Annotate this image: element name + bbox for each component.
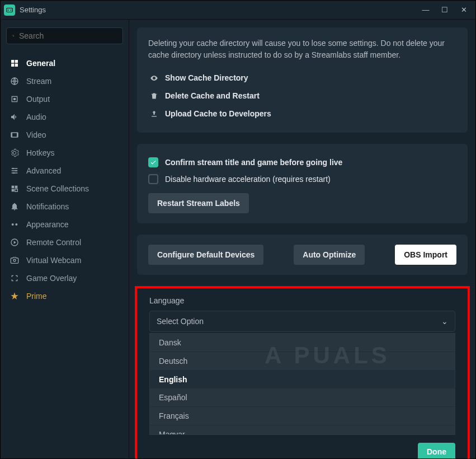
sidebar-item-stream[interactable]: Stream	[6, 72, 123, 90]
upload-cache-action[interactable]: Upload Cache to Developers	[148, 105, 456, 123]
star-icon	[10, 291, 20, 301]
language-option-espanol[interactable]: Español	[150, 388, 455, 406]
svg-rect-5	[11, 64, 14, 67]
close-button[interactable]: ✕	[455, 2, 472, 18]
search-icon	[12, 32, 15, 40]
eye-icon	[148, 74, 159, 82]
search-input[interactable]	[19, 31, 117, 40]
sidebar-item-hotkeys[interactable]: Hotkeys	[6, 144, 123, 162]
sidebar-item-label: Remote Control	[26, 238, 81, 247]
sidebar-item-scene-collections[interactable]: Scene Collections	[6, 180, 123, 198]
upload-icon	[148, 110, 159, 118]
app-icon	[4, 4, 15, 16]
bell-icon	[10, 202, 20, 212]
sidebar-item-virtual-webcam[interactable]: Virtual Webcam	[6, 251, 123, 269]
grid-icon	[10, 58, 20, 68]
sidebar-item-notifications[interactable]: Notifications	[6, 198, 123, 216]
expand-icon	[10, 273, 20, 283]
gear-icon	[10, 148, 20, 158]
svg-point-15	[13, 172, 15, 174]
disable-hw-checkbox-row[interactable]: Disable hardware acceleration (requires …	[148, 171, 456, 188]
sidebar-item-output[interactable]: Output	[6, 90, 123, 108]
svg-rect-16	[12, 186, 15, 189]
audio-icon	[10, 112, 20, 122]
sidebar-item-appearance[interactable]: Appearance	[6, 216, 123, 233]
language-option-english[interactable]: English	[150, 371, 455, 388]
svg-rect-4	[15, 60, 18, 63]
svg-rect-12	[17, 133, 18, 137]
svg-rect-0	[7, 8, 13, 12]
action-label: Show Cache Directory	[165, 73, 248, 82]
restart-stream-labels-button[interactable]: Restart Stream Labels	[148, 193, 249, 213]
action-label: Upload Cache to Developers	[165, 109, 271, 118]
svg-point-20	[12, 223, 14, 226]
confirm-title-checkbox-row[interactable]: Confirm stream title and game before goi…	[148, 154, 456, 171]
svg-rect-11	[11, 133, 12, 137]
globe-icon	[10, 76, 20, 86]
video-icon	[10, 130, 20, 140]
sidebar: General Stream Output Audio Video Hotkey…	[1, 20, 129, 458]
chevron-down-icon: ⌄	[441, 317, 448, 326]
svg-rect-19	[15, 189, 18, 192]
sidebar-item-label: Output	[26, 95, 50, 104]
collection-icon	[10, 184, 20, 194]
sidebar-item-general[interactable]: General	[6, 54, 123, 72]
svg-point-21	[15, 223, 17, 226]
action-label: Delete Cache and Restart	[165, 91, 260, 100]
select-placeholder: Select Option	[157, 317, 204, 326]
trash-icon	[148, 92, 159, 100]
sidebar-item-remote-control[interactable]: Remote Control	[6, 233, 123, 251]
sidebar-item-label: Stream	[26, 77, 51, 86]
sliders-icon	[10, 166, 20, 176]
checkbox-empty-icon	[148, 174, 158, 184]
configure-devices-button[interactable]: Configure Default Devices	[148, 245, 263, 265]
stream-options-card: Confirm stream title and game before goi…	[137, 144, 468, 223]
sidebar-item-label: Notifications	[26, 202, 69, 211]
language-option-magyar[interactable]: Magyar	[150, 425, 455, 435]
sidebar-item-game-overlay[interactable]: Game Overlay	[6, 269, 123, 287]
main-panel: Deleting your cache directory will cause…	[129, 20, 475, 458]
checkbox-label: Disable hardware acceleration (requires …	[165, 175, 331, 184]
theme-icon	[10, 219, 20, 230]
sidebar-item-label: Scene Collections	[26, 184, 89, 193]
checkbox-label: Confirm stream title and game before goi…	[165, 158, 342, 167]
svg-rect-3	[11, 60, 14, 63]
auto-optimize-button[interactable]: Auto Optimize	[294, 245, 365, 265]
sidebar-item-audio[interactable]: Audio	[6, 108, 123, 126]
search-box[interactable]	[6, 27, 123, 44]
titlebar: Settings — ☐ ✕	[1, 1, 475, 20]
delete-cache-action[interactable]: Delete Cache and Restart	[148, 87, 456, 105]
sidebar-item-label: Advanced	[26, 166, 61, 175]
svg-point-2	[10, 10, 11, 11]
output-icon	[10, 94, 20, 104]
sidebar-item-label: Appearance	[26, 220, 69, 229]
sidebar-item-label: Prime	[26, 292, 47, 301]
checkbox-checked-icon	[148, 157, 158, 167]
sidebar-item-label: Virtual Webcam	[26, 256, 81, 265]
language-label: Language	[149, 296, 455, 305]
sidebar-item-advanced[interactable]: Advanced	[6, 162, 123, 180]
play-icon	[10, 237, 20, 247]
language-highlight-block: Language Select Option ⌄ Dansk Deutsch E…	[135, 286, 470, 458]
language-select[interactable]: Select Option ⌄	[149, 311, 455, 332]
obs-import-button[interactable]: OBS Import	[395, 245, 456, 265]
show-cache-action[interactable]: Show Cache Directory	[148, 69, 456, 87]
sidebar-item-prime[interactable]: Prime	[6, 287, 123, 305]
language-option-deutsch[interactable]: Deutsch	[150, 352, 455, 370]
maximize-button[interactable]: ☐	[436, 2, 453, 18]
svg-point-1	[8, 10, 9, 11]
minimize-button[interactable]: —	[417, 2, 434, 18]
device-buttons-card: Configure Default Devices Auto Optimize …	[137, 235, 468, 275]
window-title: Settings	[20, 6, 417, 14]
svg-point-14	[15, 170, 17, 172]
camera-icon	[10, 255, 20, 265]
language-dropdown[interactable]: Dansk Deutsch English Español Français M…	[149, 333, 455, 435]
done-button[interactable]: Done	[418, 443, 455, 458]
sidebar-item-label: Hotkeys	[26, 148, 55, 157]
cache-warning-text: Deleting your cache directory will cause…	[148, 38, 456, 61]
sidebar-item-video[interactable]: Video	[6, 126, 123, 144]
language-option-dansk[interactable]: Dansk	[150, 334, 455, 352]
svg-rect-9	[13, 98, 16, 100]
language-option-francais[interactable]: Français	[150, 407, 455, 425]
sidebar-item-label: Game Overlay	[26, 274, 77, 283]
